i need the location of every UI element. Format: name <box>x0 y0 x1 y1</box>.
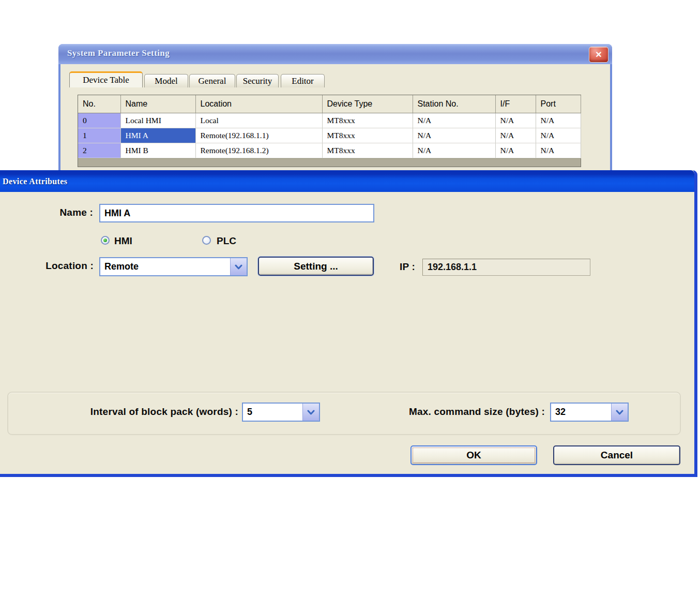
table-cell[interactable]: N/A <box>495 143 536 158</box>
table-cell[interactable]: N/A <box>536 143 581 158</box>
tab-model[interactable]: Model <box>144 74 188 87</box>
column-header-station-no[interactable]: Station No. <box>413 95 495 113</box>
max-command-value: 32 <box>551 404 611 421</box>
interval-value: 5 <box>243 404 302 421</box>
chevron-down-icon <box>235 264 242 270</box>
dropdown-arrow-button[interactable] <box>611 404 628 421</box>
table-cell[interactable]: Remote(192.168.1.1) <box>195 128 322 143</box>
row-number-cell[interactable]: 2 <box>78 143 120 158</box>
tab-security[interactable]: Security <box>236 74 279 87</box>
column-header-if[interactable]: I/F <box>495 95 536 113</box>
table-cell[interactable]: N/A <box>536 128 581 143</box>
dropdown-arrow-button[interactable] <box>302 404 319 421</box>
hmi-radio-label: HMI <box>114 235 132 247</box>
table-cell[interactable]: N/A <box>413 143 495 158</box>
table-cell[interactable]: MT8xxx <box>322 128 413 143</box>
row-number-cell[interactable]: 0 <box>78 113 120 128</box>
ok-button[interactable]: OK <box>410 445 537 465</box>
location-label: Location : <box>21 260 94 272</box>
dropdown-arrow-button[interactable] <box>230 258 247 275</box>
column-header-no[interactable]: No. <box>78 95 120 113</box>
radio-dot-icon <box>103 239 107 242</box>
tab-general[interactable]: General <box>189 74 235 87</box>
setting-button[interactable]: Setting ... <box>258 257 374 276</box>
dialog-titlebar[interactable]: Device Attributes <box>0 170 694 192</box>
close-button[interactable]: ✕ <box>589 47 608 63</box>
table-header-row: No. Name Location Device Type Station No… <box>78 95 581 113</box>
ip-value: 192.168.1.1 <box>428 262 477 273</box>
location-dropdown[interactable]: Remote <box>99 257 248 276</box>
table-cell[interactable]: N/A <box>495 113 536 128</box>
column-header-device-type[interactable]: Device Type <box>322 95 413 113</box>
device-table-body: 0Local HMILocalMT8xxxN/AN/AN/A1HMI ARemo… <box>78 113 581 158</box>
hmi-radio[interactable] <box>101 236 110 245</box>
chevron-down-icon <box>616 410 623 415</box>
table-cell[interactable]: Remote(192.168.1.2) <box>195 143 322 158</box>
table-cell[interactable]: Local HMI <box>120 113 195 128</box>
tab-editor[interactable]: Editor <box>281 74 325 87</box>
column-header-name[interactable]: Name <box>120 95 195 113</box>
tab-device-table[interactable]: Device Table <box>69 71 143 87</box>
location-value: Remote <box>100 258 230 275</box>
table-row[interactable]: 1HMI ARemote(192.168.1.1)MT8xxxN/AN/AN/A <box>78 128 581 143</box>
table-cell[interactable]: HMI B <box>120 143 195 158</box>
interval-dropdown[interactable]: 5 <box>242 403 320 422</box>
desktop: System Parameter Setting ✕ Device Table … <box>0 0 700 596</box>
column-header-port[interactable]: Port <box>536 95 581 113</box>
device-attributes-dialog: Device Attributes Name : HMI PLC Locatio… <box>0 170 697 477</box>
table-cell[interactable]: N/A <box>413 113 495 128</box>
table-cell[interactable]: N/A <box>495 128 536 143</box>
table-cell[interactable]: Local <box>195 113 322 128</box>
table-row[interactable]: 2HMI BRemote(192.168.1.2)MT8xxxN/AN/AN/A <box>78 143 581 158</box>
ip-label: IP : <box>386 261 415 273</box>
close-icon: ✕ <box>595 51 602 59</box>
plc-radio-label: PLC <box>217 235 236 247</box>
table-cell[interactable]: MT8xxx <box>322 143 413 158</box>
table-filler-bar <box>78 158 581 167</box>
name-label: Name : <box>21 207 93 218</box>
max-command-dropdown[interactable]: 32 <box>550 403 629 422</box>
table-cell[interactable]: N/A <box>536 113 581 128</box>
window-title: System Parameter Setting <box>67 48 170 58</box>
table-cell[interactable]: N/A <box>413 128 495 143</box>
plc-radio[interactable] <box>202 236 211 245</box>
table-cell[interactable]: HMI A <box>120 128 195 143</box>
ip-field: 192.168.1.1 <box>422 259 590 276</box>
table-cell[interactable]: MT8xxx <box>322 113 413 128</box>
max-command-label: Max. command size (bytes) : <box>339 406 545 418</box>
device-table-container: No. Name Location Device Type Station No… <box>78 95 581 167</box>
table-row[interactable]: 0Local HMILocalMT8xxxN/AN/AN/A <box>78 113 581 128</box>
window-titlebar[interactable]: System Parameter Setting ✕ <box>58 44 612 64</box>
interval-label: Interval of block pack (words) : <box>33 406 238 418</box>
dialog-title: Device Attributes <box>3 177 67 186</box>
cancel-button[interactable]: Cancel <box>553 445 680 465</box>
column-header-location[interactable]: Location <box>195 95 322 113</box>
device-table: No. Name Location Device Type Station No… <box>78 95 581 158</box>
row-number-cell[interactable]: 1 <box>78 128 120 143</box>
name-input[interactable] <box>99 204 374 222</box>
chevron-down-icon <box>307 410 315 415</box>
